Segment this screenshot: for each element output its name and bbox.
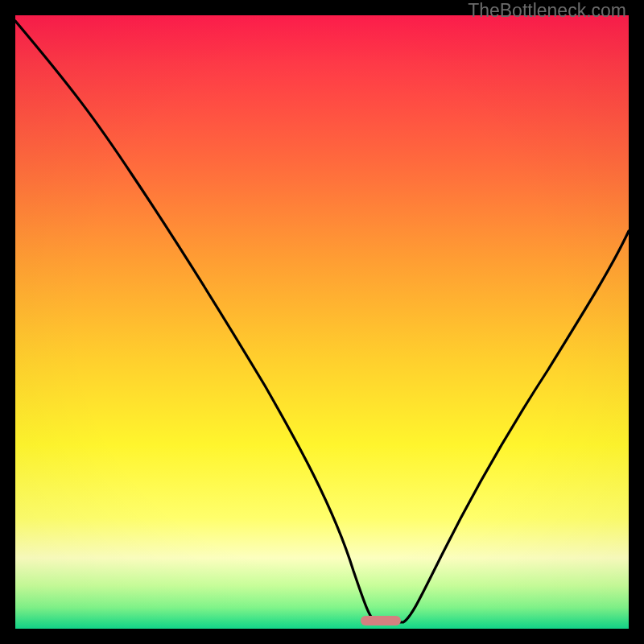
plot-area (15, 15, 629, 629)
optimal-marker (361, 616, 401, 625)
curve-svg (15, 15, 629, 629)
bottleneck-curve (15, 21, 629, 622)
chart-frame: TheBottleneck.com (0, 0, 644, 644)
watermark-text: TheBottleneck.com (468, 0, 626, 22)
